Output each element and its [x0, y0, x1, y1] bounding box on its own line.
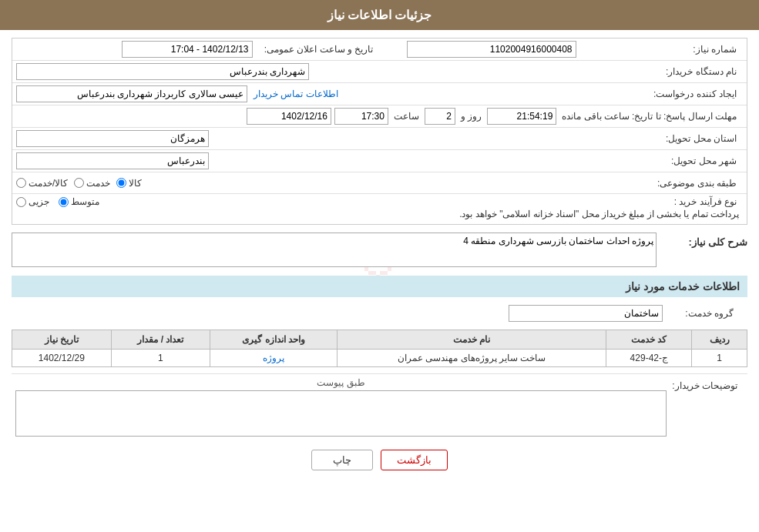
table-header-row: ردیف کد خدمت نام خدمت واحد اندازه گیری ت… [12, 330, 747, 350]
need-number-label: شماره نیاز: [643, 44, 743, 55]
cell-name: ساخت سایر پروژه‌های مهندسی عمران [337, 350, 606, 367]
need-number-value-cell [407, 41, 643, 58]
category-radio-kala-input[interactable] [116, 178, 126, 188]
remaining-time-input [487, 108, 556, 125]
table-head: ردیف کد خدمت نام خدمت واحد اندازه گیری ت… [12, 330, 747, 350]
process-radio-motaset[interactable]: متوسط [59, 196, 99, 207]
creator-row: ایجاد کننده درخواست: اطلاعات تماس خریدار [12, 83, 747, 105]
category-radio-kala[interactable]: کالا [116, 178, 142, 189]
category-radio-group: کالا/خدمت خدمت کالا [16, 178, 142, 189]
deadline-complex: ساعت باقی مانده روز و ساعت [16, 108, 632, 125]
content-zone: شماره نیاز: تاریخ و ساعت اعلان عمومی: نا… [12, 38, 747, 478]
main-content: 🛡 شماره نیاز: تاریخ و ساعت اعلان عمومی: [0, 30, 759, 486]
category-radio-khedmat[interactable]: خدمت [74, 178, 110, 189]
col-header-code: کد خدمت [606, 330, 692, 350]
process-label-jozi: جزیی [29, 196, 49, 207]
buyer-desc-section: توضیحات خریدار: طبق پیوست [12, 373, 747, 442]
process-row: نوع فرآیند خرید : متوسط جزیی [12, 194, 747, 224]
cell-unit: پروژه [210, 350, 338, 367]
buyer-desc-textarea[interactable] [15, 390, 667, 437]
category-value-cell: کالا/خدمت خدمت کالا [16, 178, 643, 189]
main-form-section: شماره نیاز: تاریخ و ساعت اعلان عمومی: نا… [12, 38, 747, 225]
deadline-label: مهلت ارسال پاسخ: تا تاریخ: [632, 111, 743, 122]
service-group-input [509, 305, 663, 322]
buyer-desc-value-cell: طبق پیوست [15, 377, 667, 439]
need-description-section: شرح کلی نیاز: [12, 233, 747, 269]
announce-date-label: تاریخ و ساعت اعلان عمومی: [253, 44, 391, 55]
process-radio-group: متوسط جزیی [16, 196, 99, 207]
category-label: طبقه بندی موضوعی: [643, 178, 743, 189]
deadline-value-cell: ساعت باقی مانده روز و ساعت [16, 108, 632, 125]
process-description: پرداخت تمام یا بخشی از مبلغ خریداز محل "… [16, 207, 743, 222]
service-group-label: گروه خدمت: [663, 308, 740, 319]
items-table: ردیف کد خدمت نام خدمت واحد اندازه گیری ت… [12, 330, 747, 367]
cell-row: 1 [692, 350, 747, 367]
print-button[interactable]: چاپ [311, 450, 373, 470]
remaining-days-input [425, 108, 455, 125]
city-row: شهر محل تحویل: [12, 150, 747, 172]
buyer-org-label: نام دستگاه خریدار: [643, 66, 743, 77]
need-number-row: شماره نیاز: تاریخ و ساعت اعلان عمومی: [12, 38, 747, 61]
table-body: 1 ج-42-429 ساخت سایر پروژه‌های مهندسی عم… [12, 350, 747, 367]
process-value-cell: متوسط جزیی [16, 196, 643, 207]
process-inner-row: نوع فرآیند خرید : متوسط جزیی [16, 196, 743, 207]
attachment-label: طبق پیوست [15, 377, 667, 388]
service-group-row: گروه خدمت: [12, 302, 747, 325]
announce-date-input [122, 41, 253, 58]
process-radio-jozi[interactable]: جزیی [16, 196, 49, 207]
remaining-days-label: روز و [461, 111, 482, 122]
creator-input [16, 85, 247, 102]
buyer-org-value-cell [16, 63, 643, 80]
deadline-row: مهلت ارسال پاسخ: تا تاریخ: ساعت باقی مان… [12, 105, 747, 128]
category-radio-kala-khedmat-input[interactable] [16, 178, 26, 188]
buyer-org-input [16, 63, 309, 80]
need-description-textarea[interactable] [12, 233, 657, 267]
col-header-count: تعداد / مقدار [111, 330, 210, 350]
col-header-row: ردیف [692, 330, 747, 350]
col-header-date: تاریخ نیاز [12, 330, 112, 350]
announce-date-value-cell [16, 41, 253, 58]
category-row: طبقه بندی موضوعی: کالا/خدمت خدمت [12, 172, 747, 194]
services-section-title: اطلاعات خدمات مورد نیاز [12, 276, 747, 297]
creator-value-cell: اطلاعات تماس خریدار [16, 85, 643, 102]
back-button[interactable]: بازگشت [381, 450, 448, 470]
category-label-kala-khedmat: کالا/خدمت [29, 178, 68, 189]
process-label: نوع فرآیند خرید : [643, 196, 743, 207]
page-header: جزئیات اطلاعات نیاز [0, 0, 759, 30]
province-label: استان محل تحویل: [643, 133, 743, 144]
process-radio-jozi-input[interactable] [16, 197, 26, 207]
col-header-unit: واحد اندازه گیری [210, 330, 338, 350]
province-value-cell [16, 130, 643, 147]
city-value-cell [16, 152, 643, 169]
need-description-value-cell [12, 233, 657, 269]
col-header-name: نام خدمت [337, 330, 606, 350]
city-label: شهر محل تحویل: [643, 156, 743, 166]
page-wrapper: جزئیات اطلاعات نیاز 🛡 شماره نیاز: تاریخ … [0, 0, 759, 532]
response-time-label: ساعت [394, 111, 419, 122]
need-number-input[interactable] [407, 41, 576, 58]
cell-code: ج-42-429 [606, 350, 692, 367]
process-radio-motaset-input[interactable] [59, 197, 69, 207]
page-title: جزئیات اطلاعات نیاز [327, 8, 432, 22]
province-row: استان محل تحویل: [12, 128, 747, 150]
province-input [16, 130, 209, 147]
response-date-input [247, 108, 331, 125]
cell-date: 1402/12/29 [12, 350, 112, 367]
contact-link[interactable]: اطلاعات تماس خریدار [254, 89, 338, 99]
category-radio-kala-khedmat[interactable]: کالا/خدمت [16, 178, 68, 189]
city-input [16, 152, 209, 169]
category-label-kala: کالا [129, 178, 142, 189]
need-description-label: شرح کلی نیاز: [663, 233, 747, 248]
buyer-org-row: نام دستگاه خریدار: [12, 61, 747, 83]
process-label-motaset: متوسط [71, 196, 99, 207]
category-radio-khedmat-input[interactable] [74, 178, 84, 188]
cell-count: 1 [111, 350, 210, 367]
buyer-desc-label: توضیحات خریدار: [667, 377, 744, 391]
service-group-value-cell [19, 305, 663, 322]
creator-label: ایجاد کننده درخواست: [643, 89, 743, 99]
category-label-khedmat: خدمت [86, 178, 110, 189]
response-time-input [334, 108, 388, 125]
remaining-time-label: ساعت باقی مانده [562, 111, 630, 122]
table-row: 1 ج-42-429 ساخت سایر پروژه‌های مهندسی عم… [12, 350, 747, 367]
button-row: بازگشت چاپ [12, 442, 747, 478]
